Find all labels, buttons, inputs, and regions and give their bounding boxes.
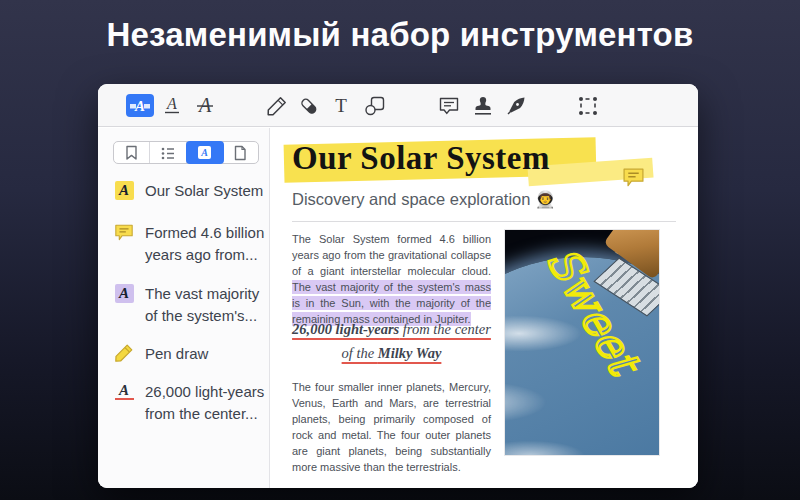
annotation-item-label: Pen draw [145,343,267,365]
shapes-icon [364,95,386,117]
signature-pen-icon [505,95,527,117]
pencil-icon [266,95,288,117]
tab-pages[interactable] [223,142,258,163]
underline-red-icon: A [114,381,134,401]
eraser-icon [298,95,320,117]
select-icon [577,95,599,117]
pen-annotation-text: Sweet [536,238,651,386]
strikethrough-tool-button[interactable]: A [191,92,219,119]
tab-bookmarks[interactable] [114,142,150,163]
svg-text:A: A [134,98,145,114]
annotation-item-underline[interactable]: A 26,000 light-years from the center... [114,381,267,425]
tab-outline[interactable] [150,142,186,163]
page-title: Незаменимый набор инструментов [0,16,800,54]
svg-text:A: A [200,147,208,158]
earth-photo: Sweet [504,229,660,456]
highlighter-tool-button[interactable]: A [126,94,154,117]
eraser-tool-button[interactable] [295,92,323,119]
underline-icon: A [161,95,183,117]
comment-tool-button[interactable] [435,92,463,119]
annotation-item-label: Our Solar System [145,180,267,202]
annotation-item-label: Formed 4.6 billion years ago from... [145,222,267,266]
stamp-tool-button[interactable] [469,92,497,119]
quote-bold-2: Milky Way [378,345,442,361]
pencil-tool-button[interactable] [263,92,291,119]
annotation-item-highlight-purple[interactable]: A The vast majority of the system's... [114,283,267,327]
page-icon [233,145,247,161]
paragraph-2: The four smaller inner planets, Mercury,… [292,379,491,475]
text-tool-button[interactable]: T [327,92,355,119]
paragraph-1: The Solar System formed 4.6 billion year… [292,231,491,327]
text-icon: T [330,95,352,117]
stamp-icon [472,95,494,117]
bookmark-icon [124,145,139,161]
pen-drawing-sweet[interactable]: Sweet [505,230,660,456]
svg-text:A: A [166,95,177,112]
annotations-icon: A [197,145,212,160]
annotation-item-label: The vast majority of the system's... [145,283,267,327]
document-page: Our Solar System Discovery and space exp… [270,128,698,488]
outline-icon [160,146,176,160]
strikethrough-icon: A [194,95,216,117]
select-tool-button[interactable] [574,92,602,119]
quote-bold-1: 26,000 light-years [292,321,399,337]
quote-underlined[interactable]: 26,000 light-years from the center of th… [292,317,491,365]
annotation-item-pen-draw[interactable]: Pen draw [114,343,267,365]
app-window: A A A [98,84,698,488]
highlight-purple-icon: A [114,283,134,303]
svg-text:T: T [335,95,347,116]
signature-pen-tool-button[interactable] [502,92,530,119]
sidebar-tab-bar: A [113,141,259,164]
shapes-tool-button[interactable] [361,92,389,119]
annotation-toolbar: A A A [98,84,698,127]
highlighter-icon: A [129,97,151,115]
document-title: Our Solar System [292,140,632,177]
annotations-sidebar: A A Our Solar System [98,128,270,488]
divider [292,221,676,222]
comment-icon [438,95,460,117]
note-icon [114,222,134,242]
pen-icon [114,343,134,363]
highlight-yellow-icon: A [114,180,134,200]
document-subtitle: Discovery and space exploration 👨‍🚀 [292,190,556,209]
annotation-item-highlight-title[interactable]: A Our Solar System [114,180,267,202]
tab-annotations[interactable]: A [186,141,224,164]
paragraph-1-text: The Solar System formed 4.6 billion year… [292,233,491,277]
underline-tool-button[interactable]: A [158,92,186,119]
annotation-item-label: 26,000 light-years from the center... [145,381,267,425]
annotation-item-note[interactable]: Formed 4.6 billion years ago from... [114,222,267,266]
note-annotation-icon[interactable] [622,167,645,192]
